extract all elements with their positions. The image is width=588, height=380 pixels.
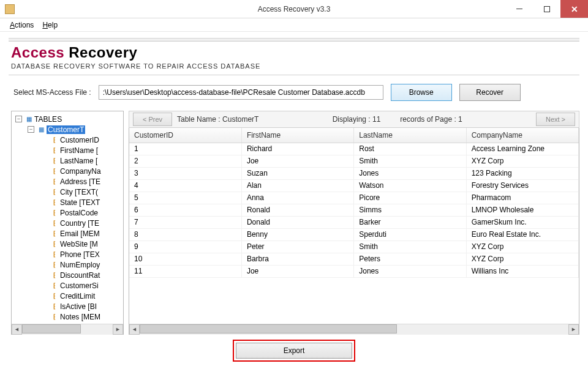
tree-item-label: IsActive [BI [60, 302, 97, 311]
menu-help[interactable]: Help [39, 20, 61, 31]
tree-row[interactable]: ⁅State [TEXT [13, 197, 123, 207]
tree-row[interactable]: ⁅Phone [TEX [13, 249, 123, 259]
recover-button[interactable]: Recover [459, 84, 521, 101]
table-cell: Alan [241, 179, 353, 192]
tree-row[interactable]: ⁅CustomerID [13, 135, 123, 145]
export-highlight: Export [233, 340, 355, 362]
table-cell: Suzan [241, 167, 353, 179]
tree-row[interactable]: ⁅Country [TE [13, 218, 123, 228]
next-page-button[interactable]: Next > [536, 113, 575, 126]
file-select-label: Select MS-Access File : [13, 88, 91, 97]
tree-row[interactable]: ⁅LastName [ [13, 155, 123, 166]
table-row[interactable]: 4AlanWatsonForestry Services [129, 179, 579, 192]
scroll-thumb[interactable] [140, 324, 397, 333]
scroll-right-arrow-icon[interactable]: ► [568, 324, 579, 335]
tree-item-label: TABLES [34, 115, 62, 124]
tree-row[interactable]: ⁅NumEmploy [13, 259, 123, 270]
tree-row[interactable]: ⁅Address [TE [13, 176, 123, 187]
tree-item-label: Phone [TEX [60, 250, 100, 259]
brand-header: Access Recovery DATABASE RECOVERY SOFTWA… [11, 44, 579, 70]
table-row[interactable]: 7DonaldBarkerGamerSkum Inc. [129, 216, 579, 228]
scroll-right-arrow-icon[interactable]: ► [113, 324, 123, 335]
column-header[interactable]: LastName [354, 128, 466, 143]
table-row[interactable]: 8BennySperdutiEuro Real Estate Inc. [129, 228, 579, 240]
scroll-left-arrow-icon[interactable]: ◄ [12, 324, 22, 335]
tree-row[interactable]: ⁅Email [MEM [13, 228, 123, 239]
grid-horizontal-scrollbar[interactable]: ◄ ► [129, 324, 579, 334]
expand-icon[interactable]: − [15, 116, 22, 122]
column-icon: ⁅ [50, 292, 59, 299]
tree-view[interactable]: −▦TABLES−▦CustomerT⁅CustomerID⁅FirstName… [12, 111, 123, 324]
column-header[interactable]: CompanyName [466, 128, 578, 143]
table-cell: 3 [129, 167, 241, 179]
table-icon: ▦ [24, 116, 33, 122]
table-cell: Barbra [241, 253, 353, 265]
tree-item-label: PostalCode [60, 209, 98, 217]
table-cell: LMNOP Wholesale [466, 204, 578, 216]
export-button[interactable]: Export [236, 343, 352, 359]
table-row[interactable]: 1RichardRostAccess Learning Zone [129, 143, 579, 155]
tree-item-label: Notes [MEM [60, 313, 100, 321]
section-divider [9, 75, 579, 75]
tree-row[interactable]: ⁅IsActive [BI [13, 301, 123, 311]
file-select-row: Select MS-Access File : Browse Recover [13, 84, 579, 101]
table-row[interactable]: 9PeterSmithXYZ Corp [129, 240, 579, 253]
table-cell: 2 [129, 155, 241, 167]
tree-row[interactable]: −▦TABLES [13, 114, 123, 124]
brand-subtitle: DATABASE RECOVERY SOFTWARE TO REPAIR ACC… [11, 62, 579, 70]
table-cell: 7 [129, 216, 241, 228]
tree-horizontal-scrollbar[interactable]: ◄ ► [12, 324, 123, 334]
window-close-button[interactable]: ✕ [560, 0, 588, 18]
table-cell: Sperduti [354, 228, 466, 240]
column-icon: ⁅ [50, 261, 59, 268]
table-cell: 1 [129, 143, 241, 155]
file-path-input[interactable] [99, 85, 383, 100]
tree-row[interactable]: ⁅City [TEXT( [13, 187, 123, 197]
table-cell: 9 [129, 240, 241, 253]
table-cell: Anna [241, 192, 353, 204]
table-icon: ▦ [37, 126, 45, 133]
table-cell: Smith [354, 155, 466, 167]
table-row[interactable]: 6RonaldSimmsLMNOP Wholesale [129, 204, 579, 216]
scroll-thumb[interactable] [22, 324, 81, 333]
table-cell: Peter [241, 240, 353, 253]
column-header[interactable]: CustomerID [129, 128, 241, 143]
tree-item-label: CompanyNa [60, 167, 101, 176]
browse-button[interactable]: Browse [391, 84, 452, 101]
tree-row[interactable]: ⁅FirstName [ [13, 145, 123, 155]
table-row[interactable]: 5AnnaPicorePharmacom [129, 192, 579, 204]
tree-row[interactable]: −▦CustomerT [13, 124, 123, 135]
tree-row[interactable]: ⁅Notes [MEM [13, 311, 123, 322]
table-cell: Benny [241, 228, 353, 240]
column-icon: ⁅ [50, 303, 59, 310]
window-maximize-button[interactable] [533, 0, 560, 18]
table-cell: XYZ Corp [466, 240, 578, 253]
prev-page-button[interactable]: < Prev [133, 113, 172, 126]
tree-row[interactable]: ⁅DiscountRat [13, 270, 123, 280]
table-row[interactable]: 3SuzanJones123 Packing [129, 167, 579, 179]
table-cell: 123 Packing [466, 167, 578, 179]
table-row[interactable]: 10BarbraPetersXYZ Corp [129, 253, 579, 265]
scroll-left-arrow-icon[interactable]: ◄ [129, 324, 140, 335]
tree-row[interactable]: ⁅CreditLimit [13, 291, 123, 301]
table-row[interactable]: 2JoeSmithXYZ Corp [129, 155, 579, 167]
table-cell: 8 [129, 228, 241, 240]
table-cell: 5 [129, 192, 241, 204]
tree-row[interactable]: ⁅CompanyNa [13, 166, 123, 176]
titlebar: Access Recovery v3.3 ✕ [0, 0, 588, 18]
tree-row[interactable]: ⁅WebSite [M [13, 239, 123, 249]
menu-actions[interactable]: Actions [6, 20, 37, 31]
records-label: records of Page : 1 [400, 115, 462, 124]
expand-icon[interactable]: − [28, 126, 34, 133]
app-icon [5, 4, 15, 14]
table-row[interactable]: 11JoeJonesWillians Inc [129, 265, 579, 277]
tree-row[interactable]: ⁅PostalCode [13, 207, 123, 218]
tree-item-label: LastName [ [60, 157, 97, 165]
column-header[interactable]: FirstName [241, 128, 353, 143]
tree-row[interactable]: ⁅CustomerSi [13, 280, 123, 291]
column-icon: ⁅ [50, 220, 59, 226]
table-cell: Watson [354, 179, 466, 192]
tree-item-label: Email [MEM [60, 229, 100, 238]
tree-item-label: City [TEXT( [60, 188, 98, 196]
window-minimize-button[interactable] [505, 0, 533, 18]
